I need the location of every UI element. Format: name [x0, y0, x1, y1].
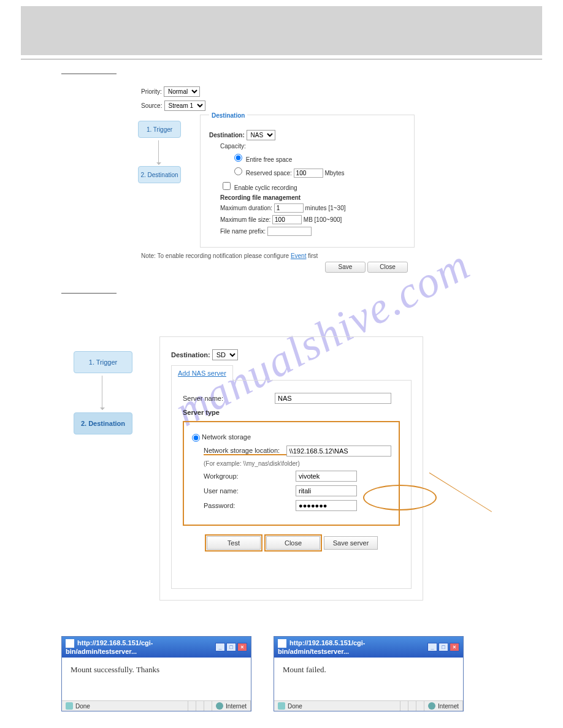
step-trigger[interactable]: 1. Trigger [138, 121, 181, 138]
status-internet-1: Internet [226, 703, 247, 710]
minimize-icon[interactable]: _ [215, 643, 225, 651]
event-link[interactable]: Event [291, 252, 307, 259]
status-done-1: Done [75, 703, 90, 710]
reserved-unit: Mbytes [324, 170, 344, 176]
max-duration-unit: minutes [1~30] [305, 205, 346, 211]
fail-message: Mount failed. [274, 658, 463, 700]
minimize-icon[interactable]: _ [427, 643, 437, 651]
storage-location-label: Network storage location: [204, 447, 286, 455]
server-name-input[interactable] [275, 393, 391, 404]
maximize-icon[interactable]: □ [439, 643, 448, 651]
highlight-line [429, 472, 492, 512]
max-filesize-unit: MB [100~900] [304, 216, 342, 223]
step-destination[interactable]: 2. Destination [138, 166, 181, 183]
max-duration-input[interactable] [274, 203, 304, 213]
flow-arrow-icon [158, 140, 159, 165]
note-suffix: first [306, 252, 318, 259]
destination-select-2[interactable]: SD [212, 349, 238, 360]
status-done-2: Done [288, 703, 302, 710]
recording-mgmt-heading: Recording file management [220, 194, 301, 201]
server-type-label: Server type [183, 409, 220, 416]
test-button[interactable]: Test [207, 536, 261, 550]
source-label: Source: [141, 102, 162, 109]
password-label: Password: [204, 502, 296, 509]
destination-config-panel-1: Priority: Normal Source: Stream 1 1. Tri… [141, 86, 472, 273]
internet-icon [216, 702, 223, 710]
status-internet-2: Internet [438, 703, 459, 710]
close-button[interactable]: Close [367, 262, 408, 273]
save-server-button[interactable]: Save server [324, 536, 378, 550]
max-filesize-input[interactable] [272, 215, 302, 224]
test-result-window-fail: http://192.168.5.151/cgi-bin/admin/tests… [274, 636, 464, 711]
add-nas-server-tab[interactable]: Add NAS server [171, 365, 233, 381]
source-select[interactable]: Stream 1 [164, 100, 205, 111]
page-icon [278, 702, 285, 710]
max-duration-label: Maximum duration: [220, 205, 272, 211]
filename-prefix-input[interactable] [267, 227, 312, 236]
entire-free-space-label: Entire free space [246, 156, 293, 163]
note-prefix: Note: To enable recording notification p… [141, 252, 291, 259]
nas-server-config-panel: 1. Trigger 2. Destination Destination: S… [74, 336, 526, 601]
maximize-icon[interactable]: □ [226, 643, 236, 651]
close-icon[interactable]: × [237, 643, 247, 651]
cyclic-recording-checkbox[interactable] [223, 182, 231, 190]
window-title-1: http://192.168.5.151/cgi-bin/admin/tests… [66, 639, 153, 655]
max-filesize-label: Maximum file size: [220, 216, 270, 223]
reserved-space-label: Reserved space: [246, 170, 292, 176]
storage-location-input[interactable] [286, 446, 391, 457]
workgroup-label: Workgroup: [204, 472, 296, 480]
network-storage-label: Network storage [202, 433, 251, 441]
reserved-space-input[interactable] [294, 169, 323, 178]
username-label: User name: [204, 487, 296, 495]
filename-prefix-label: File name prefix: [220, 228, 266, 235]
close-icon[interactable]: × [450, 643, 459, 651]
destination-label: Destination: [209, 132, 245, 138]
test-result-window-success: http://192.168.5.151/cgi-bin/admin/tests… [61, 636, 251, 711]
section-rule-2 [61, 287, 117, 294]
storage-location-example: (For example: \\my_nas\disk\folder) [204, 460, 391, 467]
workgroup-input[interactable] [296, 471, 357, 482]
flow-arrow-icon-2 [102, 376, 102, 410]
password-input[interactable] [296, 500, 357, 511]
step-trigger-2[interactable]: 1. Trigger [74, 351, 132, 373]
page-icon [66, 702, 73, 710]
divider [21, 59, 542, 59]
close-button-2[interactable]: Close [266, 536, 320, 550]
step-destination-2[interactable]: 2. Destination [74, 412, 132, 434]
reserved-space-radio[interactable] [234, 167, 242, 175]
window-title-2: http://192.168.5.151/cgi-bin/admin/tests… [278, 639, 366, 655]
username-input[interactable] [296, 485, 357, 496]
priority-select[interactable]: Normal [164, 86, 200, 97]
cyclic-recording-label: Enable cyclic recording [234, 184, 297, 191]
header-bar [21, 6, 542, 55]
entire-free-space-radio[interactable] [234, 154, 242, 162]
panel-title: Destination [209, 112, 247, 119]
destination-label-2: Destination: [171, 351, 210, 358]
save-button[interactable]: Save [325, 262, 366, 273]
priority-label: Priority: [141, 88, 162, 95]
section-rule-1 [61, 68, 117, 74]
capacity-label: Capacity: [220, 143, 405, 150]
success-message: Mount successfully. Thanks [62, 658, 251, 700]
destination-select[interactable]: NAS [247, 130, 275, 140]
ie-icon [66, 639, 74, 648]
ie-icon [278, 639, 286, 648]
server-name-label: Server name: [183, 395, 275, 402]
internet-icon [428, 702, 435, 710]
network-storage-radio[interactable] [192, 434, 200, 442]
